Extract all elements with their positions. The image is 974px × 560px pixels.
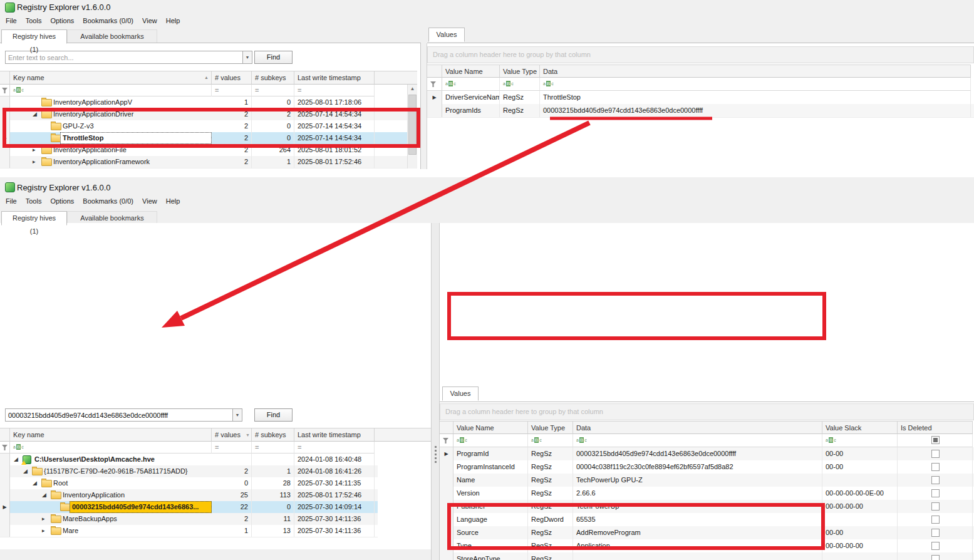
is-deleted-checkbox[interactable] [931,489,940,497]
is-deleted-checkbox[interactable] [931,516,940,524]
column-header-last-write[interactable]: Last write timestamp [294,71,375,85]
is-deleted-cell [898,552,973,560]
column-header-num-subkeys[interactable]: # subkeys [252,71,294,85]
menu-item[interactable]: Tools [21,17,46,24]
find-button[interactable]: Find [254,51,293,64]
value-row[interactable]: TypeRegSzApplication00-00-00-00 [440,539,974,553]
is-deleted-cell [898,500,973,513]
value-row[interactable]: SourceRegSzAddRemoveProgram00-00 [440,526,974,540]
filter-cell[interactable]: = [212,85,252,96]
is-deleted-checkbox[interactable] [931,555,940,560]
column-header-key-name[interactable]: Key name [10,71,212,85]
abc-filter-icon[interactable]: aBc [826,437,836,443]
value-row[interactable]: ProgramIdsRegSz00003215bdd405d9e974cdd14… [427,104,974,118]
filter-icon[interactable] [2,88,8,93]
value-row[interactable]: PublisherRegSzTechPowerUp00-00-00-00 [440,500,974,514]
menu-item[interactable]: File [1,197,21,205]
menu-item[interactable]: Help [162,17,185,24]
column-header-type[interactable]: Value Type [528,421,573,434]
menu-item[interactable]: View [138,17,162,24]
group-by-bar[interactable]: Drag a column header here to group by th… [440,403,974,420]
row-indicator-header [0,71,10,85]
column-header-data[interactable]: Data [540,65,971,78]
value-row[interactable]: ProgramInstanceIdRegSz00004c038f119c2c30… [440,460,974,474]
abc-filter-icon[interactable]: aBc [576,437,587,443]
column-header-name[interactable]: Value Name [442,65,500,78]
value-row[interactable]: StoreAppTypeRegSz [440,552,974,560]
filter-cell-name[interactable]: aBc [442,78,500,91]
menu-item[interactable]: Options [46,17,78,24]
registry-key-row[interactable]: ▶ThrottleStop202025-07-14 14:54:34 [0,132,407,145]
scroll-up-icon[interactable]: ▲ [408,86,417,91]
tab-available-bookmarks[interactable]: Available bookmarks (0/0) [67,29,157,43]
menu-item[interactable]: Bookmarks (0/0) [78,197,138,205]
value-row[interactable]: NameRegSzTechPowerUp GPU-Z [440,474,974,487]
registry-key-row[interactable]: InventoryApplicationAppV102025-08-01 17:… [0,96,407,109]
registry-key-row[interactable]: ◢InventoryApplicationDriver222025-07-14 … [0,108,407,121]
tab-values[interactable]: Values [428,28,465,42]
titlebar: Registry Explorer v1.6.0.0 [0,0,974,14]
filter-cell-data[interactable]: aBc [573,434,822,447]
filter-cell-slack[interactable]: aBc [822,434,898,447]
menu-item[interactable]: File [1,17,21,24]
column-header-type[interactable]: Value Type [500,65,540,78]
is-deleted-checkbox[interactable] [931,542,940,550]
menu-item[interactable]: Options [46,197,78,205]
search-input[interactable] [5,51,243,64]
registry-key-row[interactable]: ▸InventoryApplicationFramework212025-08-… [0,156,407,169]
is-deleted-checkbox[interactable] [931,502,940,511]
registry-key-row[interactable]: GPU-Z-v3202025-07-14 14:54:34 [0,120,407,133]
filter-cell-deleted[interactable] [898,434,973,447]
abc-filter-icon[interactable]: aBc [457,437,467,443]
is-deleted-filter-checkbox[interactable] [931,436,940,444]
column-header-name[interactable]: Value Name [453,421,528,434]
is-deleted-checkbox[interactable] [931,476,940,484]
search-dropdown-button[interactable]: ▼ [243,51,252,64]
value-data-cell: Application [573,539,822,552]
expand-toggle-icon[interactable]: ▸ [33,156,36,168]
menu-item[interactable]: Bookmarks (0/0) [78,17,138,24]
expand-toggle-icon[interactable]: ▸ [33,144,36,156]
abc-filter-icon[interactable]: aBc [503,81,514,87]
filter-cell-name[interactable]: aBc [453,434,528,447]
menu-bar: FileToolsOptionsBookmarks (0/0)ViewHelp [1,195,184,207]
value-row[interactable]: ▶DriverServiceNameRegSzThrottleStop [427,91,974,105]
is-deleted-checkbox[interactable] [931,463,940,471]
vertical-scrollbar[interactable]: ▲ [407,85,417,169]
current-row-indicator: ▶ [427,91,442,104]
column-header-data[interactable]: Data [573,421,822,434]
key-name-cell: InventoryApplicationDriver [53,108,212,120]
is-deleted-cell [898,526,973,539]
filter-cell-type[interactable]: aBc [528,434,573,447]
abc-filter-icon[interactable]: aBc [445,81,456,87]
tab-registry-hives[interactable]: Registry hives (1) [1,29,67,44]
is-deleted-checkbox[interactable] [931,529,940,537]
value-row[interactable]: VersionRegSz2.66.600-00-00-00-0E-00 [440,487,974,500]
filter-cell[interactable]: = [252,85,294,96]
value-row[interactable]: ▶ProgramIdRegSz00003215bdd405d9e974cdd14… [440,447,974,461]
abc-filter-icon[interactable]: aBc [531,437,542,443]
abc-filter-icon[interactable]: aBc [543,81,554,87]
column-header-num-values[interactable]: # values [212,71,252,85]
menu-item[interactable]: Tools [21,197,46,205]
scrollbar-thumb[interactable] [408,95,417,155]
filter-cell[interactable]: = [294,85,375,96]
column-header-slack[interactable]: Value Slack [822,421,898,434]
menu-item[interactable]: Help [162,197,185,205]
menu-item[interactable]: View [138,197,162,205]
is-deleted-checkbox[interactable] [931,450,940,458]
value-row[interactable]: LanguageRegDword65535 [440,513,974,527]
column-header-deleted[interactable]: Is Deleted [898,421,973,434]
tab-registry-hives[interactable]: Registry hives (1) [1,211,67,226]
tab-values[interactable]: Values [442,386,479,401]
num-values-cell: 2 [212,132,252,144]
filter-cell-key-name[interactable]: aBc [10,85,212,96]
expand-toggle-icon[interactable]: ◢ [33,108,37,120]
abc-filter-icon[interactable]: aBc [13,87,24,93]
filter-cell-data[interactable]: aBc [540,78,971,91]
group-by-bar[interactable]: Drag a column header here to group by th… [427,46,974,63]
registry-key-row[interactable]: ▸InventoryApplicationFile22642025-08-01 … [0,144,407,157]
filter-icon[interactable] [443,438,448,443]
filter-cell-type[interactable]: aBc [500,78,540,91]
filter-icon[interactable] [430,81,436,87]
